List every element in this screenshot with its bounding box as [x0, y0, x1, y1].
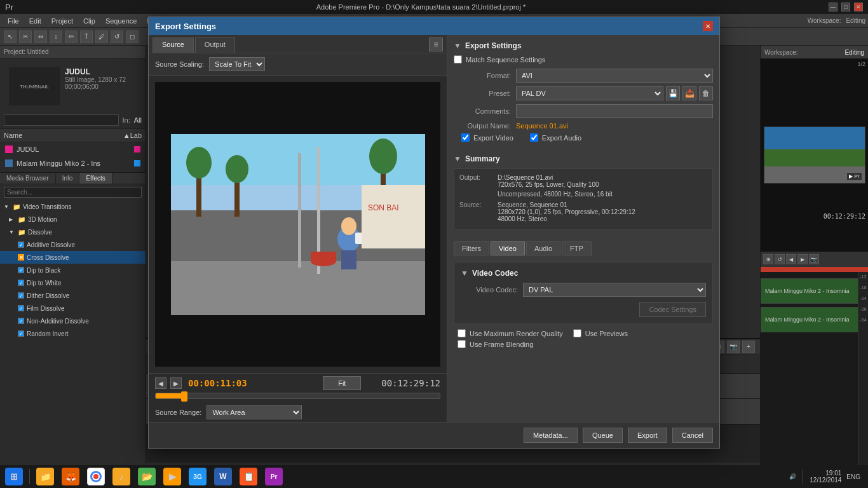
list-item-malam[interactable]: Malam Minggu Miko 2 - Ins	[0, 156, 146, 170]
tree-label-dip-to-black: Dip to Black	[27, 267, 60, 274]
tree-dither-dissolve[interactable]: ✓ Dither Dissolve	[0, 289, 146, 302]
taskbar-start[interactable]: ⊞	[3, 466, 25, 487]
taskbar-vlc[interactable]: ▶	[161, 466, 184, 487]
codec-settings-btn[interactable]: Codec Settings	[639, 302, 706, 317]
monitor-btn-4[interactable]: ▶	[797, 254, 808, 264]
list-item-judul[interactable]: JUDUL	[0, 142, 146, 156]
item-icon-pink	[5, 146, 13, 153]
svg-rect-20	[311, 252, 336, 261]
max-render-checkbox[interactable]	[458, 329, 466, 337]
tree-label-dissolve: Dissolve	[28, 229, 52, 236]
menu-edit[interactable]: Edit	[24, 16, 46, 26]
timeline-btn-3[interactable]: +	[742, 341, 755, 353]
tree-video-transitions[interactable]: ▼ 📁 Video Transitions	[0, 200, 146, 213]
monitor-btn-2[interactable]: ↺	[775, 254, 785, 264]
preset-delete-icon[interactable]: 🗑	[699, 86, 713, 100]
tree-dip-to-black[interactable]: ✓ Dip to Black	[0, 264, 146, 276]
preset-select[interactable]: PAL DV	[516, 86, 663, 100]
source-range-select[interactable]: Work Area	[207, 405, 302, 419]
tree-label-dip-to-white: Dip to White	[27, 280, 61, 287]
export-audio-checkbox[interactable]	[530, 133, 538, 142]
tool-btn-5[interactable]: ✏	[65, 30, 78, 43]
taskbar-folder[interactable]: 📂	[135, 466, 158, 487]
tab-media-browser[interactable]: Media Browser	[0, 173, 56, 184]
frame-blending-checkbox[interactable]	[458, 340, 466, 348]
taskbar-clipboard[interactable]: 📋	[237, 466, 260, 487]
cancel-btn[interactable]: Cancel	[672, 428, 713, 443]
modal-scrubber[interactable]	[155, 393, 440, 399]
tab-effects[interactable]: Effects	[79, 173, 112, 184]
menu-sequence[interactable]: Sequence	[100, 16, 142, 26]
maximize-btn[interactable]: □	[841, 3, 850, 11]
tree-additive-dissolve[interactable]: ✓ Additive Dissolve	[0, 238, 146, 251]
metadata-btn[interactable]: Metadata...	[524, 428, 578, 443]
tree-non-additive-dissolve[interactable]: ✓ Non-Additive Dissolve	[0, 315, 146, 327]
tree-3d-motion[interactable]: ▶ 📁 3D Motion	[0, 213, 146, 226]
monitor-btn-3[interactable]: ◀	[786, 254, 796, 264]
next-frame-btn[interactable]: ▶	[170, 377, 182, 389]
video-codec-select[interactable]: DV PAL	[523, 283, 706, 297]
match-sequence-checkbox[interactable]	[454, 55, 462, 64]
taskbar-3g[interactable]: 3G	[186, 466, 209, 487]
menu-file[interactable]: File	[3, 16, 24, 26]
filter-tab-ftp[interactable]: FTP	[562, 241, 592, 255]
modal-menu-icon[interactable]: ≡	[429, 37, 443, 51]
tree-random-invert[interactable]: ✓ Random Invert	[0, 327, 146, 340]
filter-tab-audio[interactable]: Audio	[526, 241, 560, 255]
modal-tab-source[interactable]: Source	[153, 37, 194, 53]
minimize-btn[interactable]: —	[829, 3, 837, 11]
scrubber-track[interactable]	[155, 393, 440, 399]
tree-film-dissolve[interactable]: ✓ Film Dissolve	[0, 302, 146, 315]
taskbar-word[interactable]: W	[212, 466, 234, 487]
modal-tab-output[interactable]: Output	[195, 37, 235, 53]
use-previews-checkbox[interactable]	[573, 329, 581, 337]
filter-tab-filters[interactable]: Filters	[454, 241, 489, 255]
tool-btn-6[interactable]: T	[80, 30, 93, 43]
timeline-btn-2[interactable]: 📷	[727, 341, 740, 353]
format-row: Format: AVI	[454, 69, 713, 83]
source-scaling-label: Source Scaling:	[155, 60, 204, 68]
comments-input[interactable]	[516, 104, 713, 118]
monitor-btn-5[interactable]: 📷	[809, 254, 819, 264]
taskbar-itunes[interactable]: ♪	[110, 466, 133, 487]
tree-dissolve[interactable]: ▼ 📁 Dissolve	[0, 226, 146, 238]
tool-btn-4[interactable]: ↕	[50, 30, 62, 43]
menu-project[interactable]: Project	[46, 16, 78, 26]
format-select[interactable]: AVI	[516, 69, 713, 83]
tab-info[interactable]: Info	[56, 173, 80, 184]
source-scaling-select[interactable]: Scale To Fit	[209, 57, 265, 71]
fit-select[interactable]: Fit	[323, 376, 361, 390]
tool-btn-2[interactable]: ✂	[19, 30, 32, 43]
effects-search-input[interactable]	[4, 187, 142, 198]
section-toggle-icon[interactable]: ▼	[454, 41, 461, 50]
menu-clip[interactable]: Clip	[78, 16, 100, 26]
tool-btn-8[interactable]: ↺	[111, 30, 123, 43]
taskbar-chrome[interactable]	[85, 466, 107, 487]
tool-btn-1[interactable]: ↖	[4, 30, 17, 43]
tool-btn-3[interactable]: ⇔	[34, 30, 47, 43]
queue-btn[interactable]: Queue	[583, 428, 623, 443]
folder-icon: 📁	[13, 203, 20, 210]
export-video-checkbox[interactable]	[461, 133, 470, 142]
tree-cross-dissolve[interactable]: ✕ Cross Dissolve	[0, 251, 146, 264]
scrubber-head[interactable]	[181, 391, 187, 402]
prev-frame-btn[interactable]: ◀	[155, 377, 166, 389]
filter-tab-video[interactable]: Video	[491, 241, 525, 255]
modal-close-button[interactable]: ✕	[703, 21, 713, 31]
tool-btn-7[interactable]: 🖊	[95, 30, 108, 43]
export-settings-header: ▼ Export Settings	[454, 41, 713, 50]
taskbar-files[interactable]: 📁	[34, 466, 57, 487]
export-btn[interactable]: Export	[628, 428, 667, 443]
taskbar-premiere[interactable]: Pr	[262, 466, 285, 487]
close-btn[interactable]: ✕	[854, 3, 863, 11]
taskbar-firefox[interactable]: 🦊	[59, 466, 82, 487]
preset-save-icon[interactable]: 💾	[666, 86, 680, 100]
taskbar-time: 19:01	[810, 470, 841, 477]
preset-import-icon[interactable]: 📥	[682, 86, 696, 100]
summary-toggle-icon[interactable]: ▼	[454, 154, 461, 163]
monitor-btn-1[interactable]: ⊞	[763, 254, 773, 264]
output-name-link[interactable]: Sequence 01.avi	[516, 122, 568, 130]
codec-toggle-icon[interactable]: ▼	[461, 269, 468, 278]
tool-btn-9[interactable]: ◻	[126, 30, 139, 43]
tree-dip-to-white[interactable]: ✓ Dip to White	[0, 276, 146, 289]
